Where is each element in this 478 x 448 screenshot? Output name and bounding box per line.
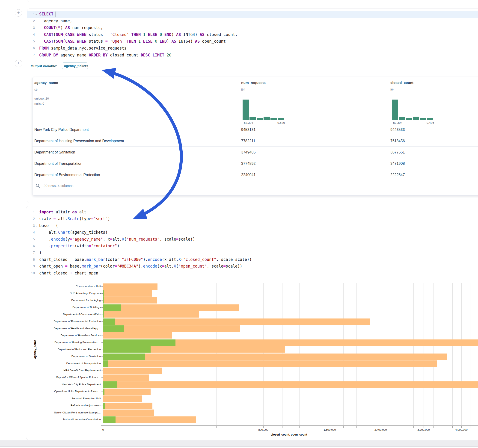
bar-open xyxy=(103,389,104,395)
code-line[interactable]: import altair as alt xyxy=(39,210,87,214)
code-line[interactable]: chart_closed = base.mark_bar(color="#FFC… xyxy=(39,257,252,262)
bar-open xyxy=(103,311,104,317)
column-type-closed-count: i64 xyxy=(390,88,395,91)
bar-open xyxy=(103,290,104,297)
y-axis-category-label: Department of Environmental Protection xyxy=(27,320,101,323)
hist-bar xyxy=(399,117,405,120)
x-axis-tick xyxy=(369,426,369,428)
bar-closed xyxy=(103,354,447,360)
x-axis-tick xyxy=(403,426,403,428)
bar-open xyxy=(103,354,145,360)
bar-open xyxy=(103,325,124,332)
x-axis-tick xyxy=(461,426,462,428)
bar-open xyxy=(103,305,121,311)
x-axis-tick xyxy=(434,426,434,428)
x-axis-tick xyxy=(299,426,300,428)
chart-gridline xyxy=(470,283,470,425)
cell-closed-count: 9443533 xyxy=(390,124,405,135)
add-cell-button-middle[interactable]: + xyxy=(15,60,22,67)
code-line[interactable]: chart_open = base.mark_bar(color="#8BC34… xyxy=(39,264,242,268)
bar-closed xyxy=(103,332,172,339)
bar-open xyxy=(103,381,117,388)
y-axis-tick xyxy=(101,392,103,392)
histogram-closed-count xyxy=(392,100,433,120)
code-line[interactable]: FROM sample_data.nyc.service_requests xyxy=(39,46,126,50)
y-axis-tick xyxy=(101,356,103,357)
cell-agency-name: Department of Sanitation xyxy=(34,147,75,158)
hist-bar xyxy=(392,100,398,120)
y-axis-tick xyxy=(101,307,103,308)
y-axis-category-label: Operations Unit - Department of Hom… xyxy=(27,390,101,393)
line-number: 4 xyxy=(27,230,35,234)
x-axis-tick-label: 2,400,000 xyxy=(374,428,387,431)
code-line[interactable]: CAST(SUM(CASE WHEN status = 'Closed' THE… xyxy=(39,32,238,37)
hist-bar xyxy=(406,118,412,120)
code-line[interactable]: COUNT(*) AS num_requests, xyxy=(39,25,103,30)
code-line[interactable]: agency_name, xyxy=(39,19,72,23)
code-line[interactable]: GROUP BY agency_name ORDER BY closed_cou… xyxy=(39,53,171,57)
x-axis-tick xyxy=(183,426,183,428)
code-line[interactable]: chart_closed + chart_open xyxy=(39,271,98,275)
y-axis-category-label: Department of Parks and Recreation xyxy=(27,348,101,351)
page-gap-band xyxy=(0,440,478,446)
hist-bar xyxy=(413,117,419,120)
y-axis-tick xyxy=(101,378,103,378)
x-axis-tick xyxy=(443,426,443,428)
y-axis-category-label: Department of Housing Preservation … xyxy=(27,341,101,344)
code-line[interactable]: SELECT xyxy=(39,12,53,16)
text-cursor xyxy=(56,12,56,17)
x-axis-tick xyxy=(357,426,357,428)
table-row: Department of Housing Preservation and D… xyxy=(32,135,478,147)
bar-closed xyxy=(103,318,370,325)
x-axis-domain-line xyxy=(101,425,478,426)
y-axis-title: agency_name xyxy=(33,340,37,359)
code-line[interactable]: CAST(SUM(CASE WHEN status = 'Open' THEN … xyxy=(39,39,226,44)
y-axis-category-label: DHS Advantage Programs xyxy=(27,292,101,294)
code-line[interactable]: alt.Chart(agency_tickets) xyxy=(39,230,108,235)
bar-closed xyxy=(103,389,151,395)
y-axis-tick xyxy=(101,315,103,315)
bar-closed xyxy=(103,283,157,290)
table-row: New York City Police Department945313194… xyxy=(32,124,478,135)
x-axis-tick xyxy=(381,426,381,428)
y-axis-category-label: Correspondence Unit xyxy=(27,285,101,288)
code-line[interactable]: base = ( xyxy=(39,223,58,228)
cell-agency-name: Department of Transportation xyxy=(34,158,82,169)
y-axis-category-label: Mayorâ€ s Office of Special Enforce… xyxy=(27,376,101,379)
add-cell-button-top[interactable]: + xyxy=(15,9,22,17)
previous-cell-bottom-edge xyxy=(26,0,478,2)
bar-open xyxy=(103,346,151,353)
line-number: 4 xyxy=(27,33,35,36)
output-variable-chip[interactable]: agency_tickets xyxy=(62,62,88,69)
y-axis-category-label: Personal Exemption Unit xyxy=(27,397,101,400)
dataframe-preview-card: agency_name str unique: 20 nulls: 0 num_… xyxy=(32,77,478,196)
y-axis-category-label: Department of Health and Mental Hyg… xyxy=(27,327,101,330)
cell-closed-count: 7618456 xyxy=(390,135,405,147)
x-axis-title: closed_count, open_count xyxy=(271,433,307,436)
cell-closed-count: 3471908 xyxy=(390,158,405,169)
cell-num-requests: 9453131 xyxy=(241,124,256,135)
y-axis-tick xyxy=(101,336,103,336)
code-line[interactable]: scale = alt.Scale(type="sqrt") xyxy=(39,216,110,221)
table-row: Department of Environmental Protection22… xyxy=(32,169,478,180)
x-axis-tick xyxy=(413,426,414,428)
output-variable-label: Output variable: xyxy=(31,64,57,68)
code-line[interactable]: .encode(y="agency_name", x=alt.X("num_re… xyxy=(39,237,195,242)
x-axis-tick xyxy=(392,426,392,428)
page-gap-line xyxy=(0,446,478,447)
bar-closed xyxy=(103,367,162,374)
hist-bar xyxy=(278,118,284,120)
y-axis-category-label: Department of Consumer Affairs xyxy=(27,313,101,316)
hist-bar xyxy=(270,118,277,120)
fold-chevron-icon[interactable]: ⌄ xyxy=(35,12,37,16)
code-line[interactable]: ) xyxy=(39,250,42,255)
code-line[interactable]: .properties(width="container") xyxy=(39,244,120,248)
y-axis-tick xyxy=(101,286,103,287)
fold-chevron-icon[interactable]: ⌄ xyxy=(35,224,37,227)
bar-closed xyxy=(103,410,154,416)
line-number: 3 xyxy=(27,224,35,227)
search-icon[interactable] xyxy=(36,184,40,188)
x-axis-tick xyxy=(330,426,330,428)
y-axis-tick xyxy=(101,322,103,322)
y-axis-tick xyxy=(101,413,103,413)
